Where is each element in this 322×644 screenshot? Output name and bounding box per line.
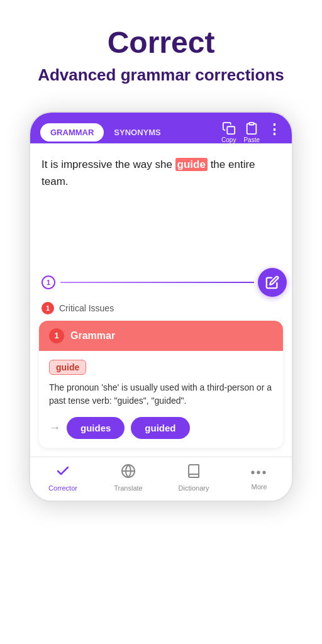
app-header: GRAMMAR SYNONYMS Copy Paste: [30, 113, 292, 143]
paste-action[interactable]: Paste: [243, 121, 260, 143]
issue-count-badge: 1: [42, 275, 55, 289]
more-icon: •••: [250, 465, 267, 481]
grammar-card-header: 1 Grammar: [39, 321, 283, 351]
text-area-wrapper: It is impressive the way she guide the e…: [30, 143, 292, 269]
divider-line: [60, 282, 254, 283]
bottom-nav: Corrector Translate: [30, 457, 292, 501]
svg-rect-0: [227, 126, 235, 134]
suggestions-row: → guides guided: [49, 417, 273, 439]
nav-item-dictionary[interactable]: Dictionary: [175, 464, 213, 492]
nav-label-corrector: Corrector: [48, 484, 77, 492]
grammar-number-badge: 1: [49, 328, 64, 343]
page-title: Correct: [13, 25, 309, 60]
divider-row: 1: [30, 269, 292, 296]
nav-item-corrector[interactable]: Corrector: [44, 464, 82, 492]
page-subtitle: Advanced grammar corrections: [13, 65, 309, 86]
text-before-error: It is impressive the way she: [42, 158, 175, 170]
critical-issues-badge: 1: [42, 302, 54, 314]
grammar-error-tag: guide: [49, 360, 86, 375]
nav-label-translate: Translate: [114, 484, 142, 492]
tab-grammar[interactable]: GRAMMAR: [40, 123, 104, 142]
app-actions: Copy Paste ⋮: [221, 121, 282, 143]
grammar-category-label: Grammar: [70, 330, 115, 341]
nav-item-translate[interactable]: Translate: [109, 464, 147, 492]
grammar-card-body: guide The pronoun 'she' is usually used …: [39, 351, 283, 448]
tab-synonyms[interactable]: SYNONYMS: [108, 123, 167, 142]
copy-action[interactable]: Copy: [221, 121, 236, 143]
tab-bar: GRAMMAR SYNONYMS: [40, 123, 167, 142]
svg-rect-1: [250, 123, 254, 125]
issues-row: 1 Critical Issues: [30, 296, 292, 317]
text-input-area[interactable]: It is impressive the way she guide the e…: [30, 143, 292, 269]
more-menu-button[interactable]: ⋮: [267, 121, 282, 143]
grammar-card: 1 Grammar guide The pronoun 'she' is usu…: [39, 321, 283, 448]
critical-issues-label: Critical Issues: [59, 303, 114, 313]
nav-label-more: More: [251, 483, 267, 491]
phone-screen: GRAMMAR SYNONYMS Copy Paste: [29, 111, 293, 502]
suggestion-guides-button[interactable]: guides: [67, 417, 125, 439]
copy-label: Copy: [221, 136, 236, 143]
paste-label: Paste: [243, 136, 260, 143]
arrow-icon: →: [49, 421, 60, 435]
nav-label-dictionary: Dictionary: [179, 484, 209, 492]
edit-fab-button[interactable]: [258, 268, 287, 297]
grammar-description: The pronoun 'she' is usually used with a…: [49, 381, 273, 408]
corrector-icon: [55, 464, 70, 482]
error-word-highlight: guide: [175, 158, 208, 171]
nav-item-more[interactable]: ••• More: [240, 465, 278, 491]
dictionary-icon: [186, 464, 201, 482]
phone-mockup: GRAMMAR SYNONYMS Copy Paste: [29, 111, 293, 502]
header: Correct Advanced grammar corrections: [0, 0, 322, 99]
suggestion-guided-button[interactable]: guided: [131, 417, 189, 439]
translate-icon: [121, 464, 136, 482]
